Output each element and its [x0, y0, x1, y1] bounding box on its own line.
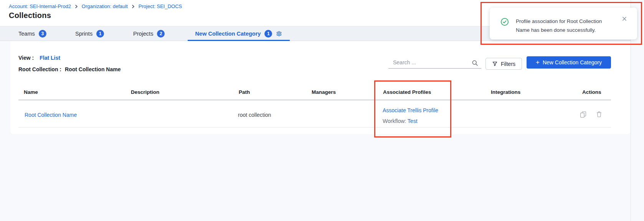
- workflow-label: Workflow:: [383, 118, 408, 124]
- success-check-icon: [500, 18, 509, 26]
- gear-icon[interactable]: [276, 31, 282, 37]
- tab-new-collection-category[interactable]: New Collection Category 1: [188, 26, 290, 41]
- column-header-managers[interactable]: Managers: [312, 89, 336, 95]
- associated-profiles-cell: Associate Trellis Profile: [383, 107, 438, 113]
- toast-message: Profile association for Root Collection …: [516, 17, 615, 34]
- chevron-right-icon: [131, 5, 135, 8]
- root-collection-row: Root Collection : Root Collection Name: [18, 66, 121, 72]
- column-header-name[interactable]: Name: [24, 89, 38, 95]
- filters-button[interactable]: Filters: [485, 58, 522, 70]
- view-selector-row: View : Flat List: [18, 55, 60, 61]
- search-icon[interactable]: [472, 60, 478, 66]
- chevron-right-icon: [74, 5, 78, 8]
- table-header-divider: [18, 100, 611, 100]
- root-collection-label: Root Collection :: [18, 66, 61, 72]
- plus-icon: +: [536, 59, 540, 65]
- content-card: [10, 41, 631, 134]
- tab-teams[interactable]: Teams 3: [18, 26, 46, 41]
- breadcrumb: Account: SEI-Internal-Prod2 Organization…: [9, 3, 182, 9]
- table-row-bottom-border: [18, 127, 611, 128]
- view-label: View :: [18, 55, 34, 61]
- collections-page: Account: SEI-Internal-Prod2 Organization…: [0, 0, 644, 221]
- tab-count-badge: 1: [264, 30, 272, 38]
- tab-count-badge: 2: [157, 30, 165, 38]
- filter-funnel-icon: [492, 61, 498, 67]
- collection-name-link[interactable]: Root Collection Name: [25, 112, 77, 118]
- new-collection-category-button-label: New Collection Category: [543, 59, 602, 65]
- column-header-description[interactable]: Description: [131, 89, 159, 95]
- column-header-actions[interactable]: Actions: [582, 89, 601, 95]
- workflow-cell: Workflow: Test: [383, 118, 418, 124]
- tab-projects[interactable]: Projects 2: [133, 26, 165, 41]
- filters-button-label: Filters: [501, 61, 515, 67]
- page-title: Collections: [9, 11, 51, 20]
- column-header-path[interactable]: Path: [239, 89, 250, 95]
- breadcrumb-account-link[interactable]: Account: SEI-Internal-Prod2: [9, 3, 71, 9]
- tab-label: New Collection Category: [195, 31, 261, 37]
- tab-count-badge: 3: [39, 30, 46, 38]
- success-toast: Profile association for Root Collection …: [490, 8, 637, 39]
- path-cell: root collection: [238, 112, 271, 118]
- trash-icon[interactable]: [596, 111, 602, 118]
- associate-trellis-profile-link[interactable]: Associate Trellis Profile: [383, 107, 438, 113]
- root-collection-value: Root Collection Name: [65, 66, 121, 72]
- column-header-integrations[interactable]: Integrations: [491, 89, 520, 95]
- tab-count-badge: 1: [96, 30, 104, 38]
- close-icon[interactable]: [622, 16, 627, 21]
- new-collection-category-button[interactable]: + New Collection Category: [527, 56, 611, 69]
- tab-label: Sprints: [75, 31, 92, 37]
- copy-icon[interactable]: [580, 111, 586, 118]
- search-box: [388, 57, 481, 69]
- tab-label: Projects: [133, 31, 153, 37]
- tab-sprints[interactable]: Sprints 1: [75, 26, 104, 41]
- collection-name-cell: Root Collection Name: [25, 112, 77, 118]
- flat-list-link[interactable]: Flat List: [40, 55, 60, 61]
- tab-label: Teams: [18, 31, 35, 37]
- breadcrumb-project-link[interactable]: Project: SEI_DOCS: [139, 3, 182, 9]
- breadcrumb-org-link[interactable]: Organization: default: [82, 3, 128, 9]
- search-input[interactable]: [388, 59, 472, 66]
- column-header-associated-profiles[interactable]: Associated Profiles: [383, 89, 431, 95]
- workflow-test-link[interactable]: Test: [408, 118, 418, 124]
